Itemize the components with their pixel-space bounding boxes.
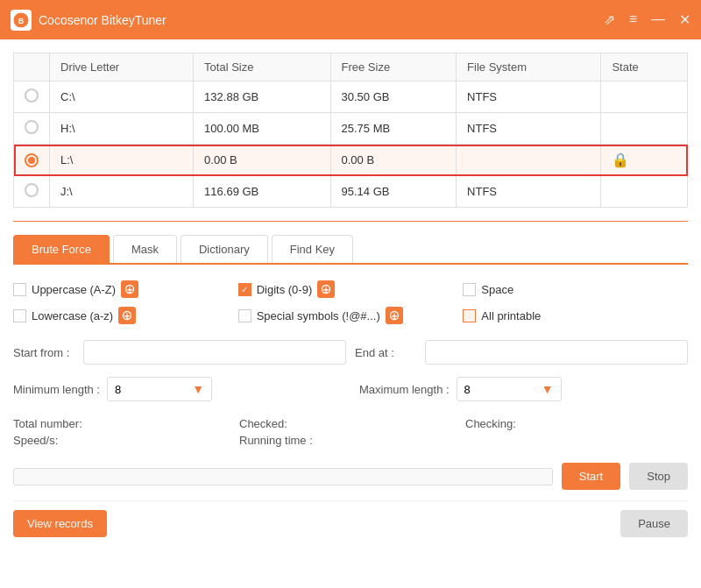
lock-icon: 🔒 xyxy=(612,152,629,167)
progress-section: Start Stop xyxy=(13,463,688,490)
digits-settings-icon[interactable] xyxy=(317,280,335,298)
share-icon[interactable]: ⇗ xyxy=(604,11,615,28)
all-printable-label: All printable xyxy=(481,309,541,322)
tab-find-key[interactable]: Find Key xyxy=(272,235,353,263)
free-size: 95.14 GB xyxy=(330,176,457,208)
minimize-icon[interactable]: — xyxy=(651,11,665,28)
max-length-dropdown[interactable]: 8 ▼ xyxy=(457,377,562,401)
table-row-selected[interactable]: L:\ 0.00 B 0.00 B 🔒 xyxy=(14,145,688,176)
special-checkbox[interactable] xyxy=(238,309,251,322)
stats-row-2: Speed/s: Running time : xyxy=(13,434,688,447)
table-row[interactable]: J:\ 116.69 GB 95.14 GB NTFS xyxy=(14,176,688,208)
col-header-drive xyxy=(14,53,50,81)
start-from-label: Start from : xyxy=(13,346,74,359)
drive-radio-active[interactable] xyxy=(25,153,39,167)
drive-letter: L:\ xyxy=(50,145,194,176)
space-label: Space xyxy=(481,283,513,296)
file-system: NTFS xyxy=(457,113,601,145)
length-row: Minimum length : 8 ▼ Maximum length : 8 … xyxy=(13,377,688,401)
end-at-input[interactable] xyxy=(425,340,688,365)
svg-text:B: B xyxy=(18,17,25,25)
running-time: Running time : xyxy=(239,434,462,447)
checking-label: Checking: xyxy=(465,417,516,430)
total-size: 100.00 MB xyxy=(194,113,330,145)
app-title: Cocosenor BitkeyTuner xyxy=(39,13,166,27)
min-length-label: Minimum length : xyxy=(13,383,100,396)
lowercase-checkbox[interactable] xyxy=(13,309,26,322)
total-size: 0.00 B xyxy=(194,145,330,176)
menu-icon[interactable]: ≡ xyxy=(629,11,637,28)
free-size: 30.50 GB xyxy=(330,81,457,113)
stop-button[interactable]: Stop xyxy=(629,463,688,490)
special-settings-icon[interactable] xyxy=(386,307,403,324)
file-system: NTFS xyxy=(457,81,601,113)
option-lowercase: Lowercase (a-z) xyxy=(13,307,238,324)
col-header-state: State xyxy=(601,53,688,81)
table-row[interactable]: H:\ 100.00 MB 25.75 MB NTFS xyxy=(14,113,688,145)
progress-bar-container xyxy=(13,468,553,485)
stats-section: Total number: Checked: Checking: Speed/s… xyxy=(13,417,688,447)
option-uppercase: Uppercase (A-Z) xyxy=(13,280,238,298)
digits-checkbox[interactable] xyxy=(238,283,251,296)
state xyxy=(601,176,688,208)
title-bar: B Cocosenor BitkeyTuner ⇗ ≡ — ✕ xyxy=(0,0,701,39)
end-at-label: End at : xyxy=(355,346,416,359)
special-label: Special symbols (!@#...) xyxy=(257,309,380,322)
speed: Speed/s: xyxy=(13,434,236,447)
uppercase-settings-icon[interactable] xyxy=(121,280,138,298)
free-size: 25.75 MB xyxy=(330,113,457,145)
tab-mask[interactable]: Mask xyxy=(113,235,177,263)
max-length-value: 8 xyxy=(464,383,471,396)
drive-radio[interactable] xyxy=(25,120,39,134)
divider xyxy=(13,221,688,222)
drive-letter: C:\ xyxy=(50,81,194,113)
drive-table: Drive Letter Total Size Free Size File S… xyxy=(13,53,688,208)
drive-radio[interactable] xyxy=(25,89,39,103)
min-length-arrow: ▼ xyxy=(192,382,204,396)
col-header-drive-letter: Drive Letter xyxy=(50,53,194,81)
view-records-button[interactable]: View records xyxy=(13,510,107,537)
title-bar-controls: ⇗ ≡ — ✕ xyxy=(604,11,690,28)
uppercase-label: Uppercase (A-Z) xyxy=(32,283,116,296)
total-size: 116.69 GB xyxy=(194,176,330,208)
total-size: 132.88 GB xyxy=(194,81,330,113)
running-time-label: Running time : xyxy=(239,434,313,447)
checked: Checked: xyxy=(239,417,462,430)
option-all-printable: All printable xyxy=(463,307,688,324)
total-number: Total number: xyxy=(13,417,236,430)
file-system xyxy=(457,145,601,176)
digits-label: Digits (0-9) xyxy=(257,283,313,296)
state xyxy=(601,113,688,145)
uppercase-checkbox[interactable] xyxy=(13,283,26,296)
space-checkbox[interactable] xyxy=(463,283,476,296)
min-length-group: Minimum length : 8 ▼ xyxy=(13,377,342,401)
col-header-total-size: Total Size xyxy=(194,53,330,81)
option-digits: Digits (0-9) xyxy=(238,280,464,298)
max-length-group: Maximum length : 8 ▼ xyxy=(359,377,688,401)
all-printable-checkbox[interactable] xyxy=(463,309,476,322)
pause-button[interactable]: Pause xyxy=(620,510,688,537)
checked-label: Checked: xyxy=(239,417,287,430)
lowercase-settings-icon[interactable] xyxy=(118,307,136,324)
stats-row-1: Total number: Checked: Checking: xyxy=(13,417,688,430)
state: 🔒 xyxy=(601,145,688,176)
max-length-label: Maximum length : xyxy=(359,383,450,396)
lowercase-label: Lowercase (a-z) xyxy=(32,309,113,322)
drive-letter: H:\ xyxy=(50,113,194,145)
start-from-input[interactable] xyxy=(83,340,346,365)
drive-letter: J:\ xyxy=(50,176,194,208)
total-number-label: Total number: xyxy=(13,417,82,430)
min-length-dropdown[interactable]: 8 ▼ xyxy=(107,377,212,401)
main-content: Drive Letter Total Size Free Size File S… xyxy=(0,39,701,588)
options-grid: Uppercase (A-Z) Digits (0-9) Space Lower… xyxy=(13,280,688,324)
start-button[interactable]: Start xyxy=(562,463,620,490)
drive-radio[interactable] xyxy=(25,183,39,197)
close-icon[interactable]: ✕ xyxy=(679,11,690,28)
tab-dictionary[interactable]: Dictionary xyxy=(181,235,268,263)
col-header-free-size: Free Size xyxy=(330,53,457,81)
start-end-row: Start from : End at : xyxy=(13,340,688,365)
option-space: Space xyxy=(463,280,688,298)
max-length-arrow: ▼ xyxy=(542,382,554,396)
tab-brute-force[interactable]: Brute Force xyxy=(13,235,110,263)
table-row[interactable]: C:\ 132.88 GB 30.50 GB NTFS xyxy=(14,81,688,113)
